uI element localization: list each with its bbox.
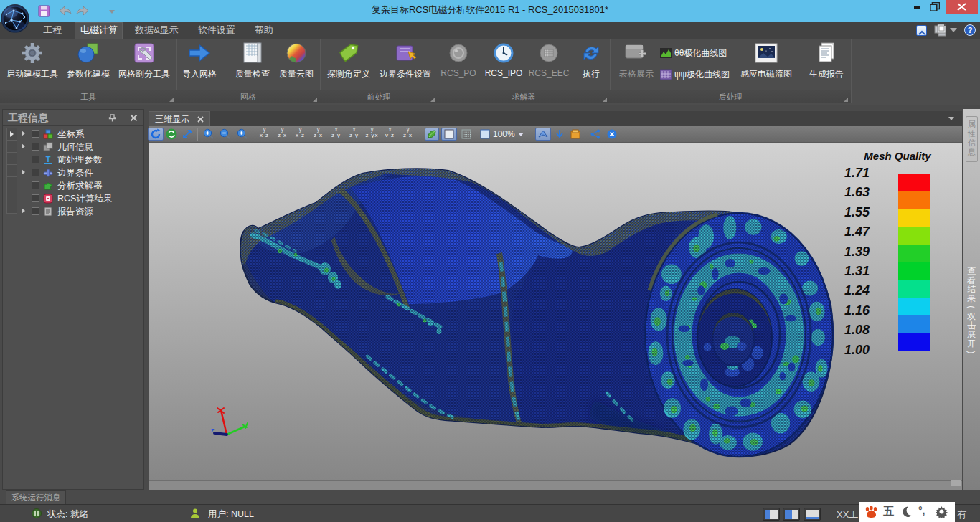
svg-text:T: T [46, 155, 51, 163]
svg-text:z: z [211, 427, 215, 434]
